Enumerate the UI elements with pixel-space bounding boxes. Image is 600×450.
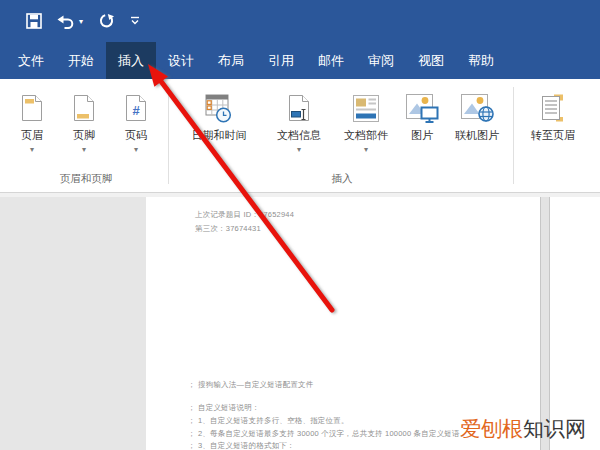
- tab-view[interactable]: 视图: [406, 42, 456, 79]
- doc-text-line: 上次记录题目 ID：37652944: [195, 210, 294, 220]
- document-info-icon: [288, 88, 310, 128]
- go-to-header-icon: [540, 88, 566, 128]
- doc-text-line: 第三次：37674431: [195, 224, 261, 234]
- tab-layout[interactable]: 布局: [206, 42, 256, 79]
- date-time-button[interactable]: 日期和时间: [172, 88, 266, 154]
- document-page[interactable]: 上次记录题目 ID：37652944 第三次：37674431 ； 搜狗输入法—…: [146, 197, 540, 450]
- doc-text-line: ； 3、自定义短语的格式如下：: [188, 441, 295, 450]
- adjacent-page: [550, 197, 600, 450]
- watermark: 爱刨根知识网: [460, 415, 586, 443]
- quick-parts-icon: [353, 88, 379, 128]
- page-number-button[interactable]: # 页码 ▾: [110, 88, 162, 154]
- online-pictures-button[interactable]: 联机图片: [444, 88, 510, 154]
- go-to-header-button[interactable]: 转至页眉: [517, 88, 589, 154]
- ribbon-tab-row: 文件 开始 插入 设计 布局 引用 邮件 审阅 视图 帮助: [0, 42, 600, 79]
- quick-parts-button[interactable]: 文档部件 ▾: [332, 88, 400, 154]
- save-icon[interactable]: [26, 13, 42, 29]
- tab-references[interactable]: 引用: [256, 42, 306, 79]
- online-pictures-icon: [461, 88, 494, 128]
- redo-button[interactable]: [98, 13, 115, 29]
- group-insert: 日期和时间 文档信息 ▾: [172, 79, 512, 192]
- watermark-rest: 知识网: [523, 417, 586, 440]
- tab-help[interactable]: 帮助: [456, 42, 506, 79]
- document-info-button[interactable]: 文档信息 ▾: [266, 88, 332, 154]
- date-time-icon: [205, 88, 233, 128]
- dropdown-arrow-icon: ▾: [297, 146, 301, 154]
- vertical-scrollbar[interactable]: [540, 197, 550, 450]
- ribbon: 页眉 ▾ 页脚 ▾: [0, 79, 600, 193]
- tab-design[interactable]: 设计: [156, 42, 206, 79]
- word-window: ▾ 文件 开始 插入 设计 布局 引用 邮件 审阅 视图 帮: [0, 0, 600, 450]
- doc-text-line: ； 搜狗输入法—自定义短语配置文件: [188, 380, 313, 390]
- header-button[interactable]: 页眉 ▾: [6, 88, 58, 154]
- dropdown-arrow-icon: ▾: [82, 146, 86, 154]
- watermark-highlight: 爱刨根: [460, 417, 523, 440]
- tab-mailings[interactable]: 邮件: [306, 42, 356, 79]
- pictures-icon: [406, 88, 439, 128]
- group-label-header-footer: 页眉和页脚: [6, 172, 166, 186]
- footer-button[interactable]: 页脚 ▾: [58, 88, 110, 154]
- doc-text-line: ； 2、每条自定义短语最多支持 30000 个汉字，总共支持 100000 条自…: [188, 429, 467, 439]
- undo-dropdown-icon[interactable]: ▾: [79, 17, 83, 26]
- customize-quick-access-icon[interactable]: [130, 16, 140, 26]
- document-area: 上次记录题目 ID：37652944 第三次：37674431 ； 搜狗输入法—…: [0, 193, 600, 450]
- tab-file[interactable]: 文件: [6, 42, 56, 79]
- group-separator: [168, 87, 169, 184]
- dropdown-arrow-icon: ▾: [30, 146, 34, 154]
- tab-home[interactable]: 开始: [56, 42, 106, 79]
- redo-icon: [98, 13, 115, 29]
- svg-text:#: #: [132, 103, 140, 118]
- group-separator: [513, 87, 514, 184]
- undo-icon: [57, 14, 76, 29]
- title-bar: ▾: [0, 0, 600, 42]
- doc-text-line: ； 1、自定义短语支持多行、空格、指定位置。: [188, 416, 349, 426]
- dropdown-arrow-icon: ▾: [134, 146, 138, 154]
- group-label-insert: 插入: [172, 172, 512, 186]
- group-header-footer: 页眉 ▾ 页脚 ▾: [6, 79, 166, 192]
- dropdown-arrow-icon: ▾: [364, 146, 368, 154]
- doc-text-line: ； 自定义短语说明：: [188, 403, 260, 413]
- undo-button[interactable]: ▾: [57, 14, 83, 29]
- quick-access-toolbar: ▾: [26, 0, 140, 42]
- group-navigation: 转至页眉 转: [517, 79, 600, 192]
- tab-review[interactable]: 审阅: [356, 42, 406, 79]
- header-icon: [21, 88, 43, 128]
- page-number-icon: #: [125, 88, 147, 128]
- pictures-button[interactable]: 图片: [400, 88, 444, 154]
- footer-icon: [73, 88, 95, 128]
- tab-insert[interactable]: 插入: [106, 42, 156, 79]
- go-to-footer-button[interactable]: 转: [589, 88, 600, 154]
